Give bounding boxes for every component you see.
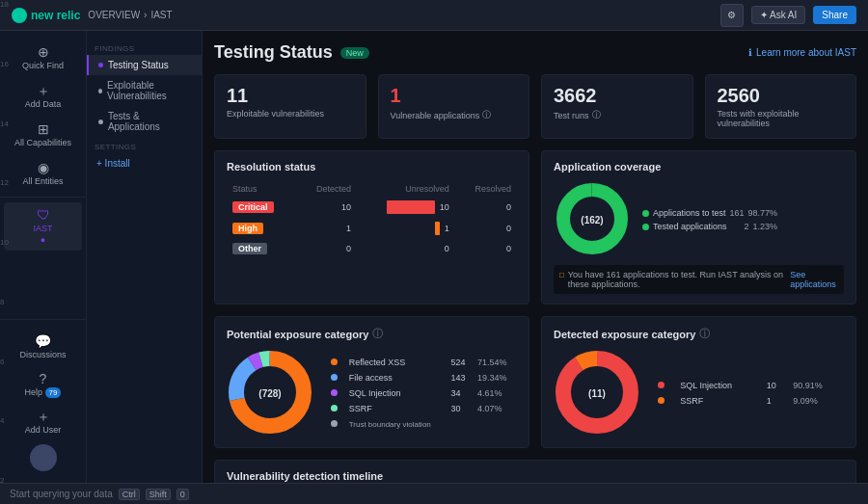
- severity-badge-other: Other: [232, 243, 267, 254]
- unresolved-bar-critical: 10: [361, 200, 449, 214]
- info-icon: ℹ: [748, 47, 752, 58]
- exp-pct: 90.91%: [789, 379, 842, 392]
- table-row: SQL Injection 10 90.91%: [654, 379, 842, 392]
- exp-label: File access: [345, 371, 446, 385]
- exp-count: 10: [763, 379, 788, 392]
- unresolved-val: 10: [440, 202, 449, 212]
- resolved-val: 0: [455, 198, 515, 217]
- legend-val1: 2: [745, 222, 749, 231]
- exp-pct: 71.54%: [474, 356, 515, 369]
- bar: [435, 222, 440, 235]
- detected-table: SQL Injection 10 90.91% SSRF 1 9.09%: [652, 377, 844, 410]
- breadcrumb-iast[interactable]: IAST: [150, 10, 172, 20]
- table-row: SSRF 1 9.09%: [654, 394, 842, 408]
- settings-button[interactable]: ⚙: [720, 4, 744, 27]
- unresolved-bar-high: 1: [361, 222, 449, 235]
- quick-find-icon: ⊕: [38, 45, 49, 59]
- info-icon: ⓘ: [699, 327, 710, 341]
- stats-row: 11 Exploitable vulnerabilities 1 Vulnera…: [214, 74, 856, 139]
- exp-count: 34: [447, 386, 472, 400]
- potential-table: Reflected XSS 524 71.54% File access 143: [325, 354, 517, 433]
- exp-label: SSRF: [676, 394, 761, 408]
- bar: [387, 200, 435, 214]
- legend-val2: 98.77%: [748, 208, 778, 218]
- app-body: ⊕ Quick Find ＋ Add Data ⊞ All Capabiliti…: [0, 31, 868, 483]
- panel-title: Potential exposure category ⓘ: [227, 327, 517, 341]
- legend-item: Tested applications 2 1.23%: [642, 222, 777, 231]
- coverage-legend: Applications to test 161 98.77% Tested a…: [642, 208, 777, 231]
- logo[interactable]: new relic: [12, 8, 80, 23]
- avatar: [30, 444, 57, 471]
- breadcrumb-sep: ›: [144, 10, 147, 20]
- severity-badge-high: High: [232, 223, 263, 234]
- exp-count: 524: [447, 356, 472, 369]
- application-coverage-panel: Application coverage (162): [541, 150, 856, 305]
- sub-nav-settings-section: SETTINGS: [87, 137, 202, 153]
- content-wrap: FINDINGS Testing Status Exploitable Vuln…: [87, 31, 868, 483]
- sub-nav-install[interactable]: + Install: [87, 153, 202, 173]
- donut-area: (162) Applications to test 161 98.77%: [554, 180, 844, 259]
- share-button[interactable]: Share: [813, 6, 856, 24]
- exp-pct: 4.07%: [474, 402, 515, 415]
- learn-more-link[interactable]: ℹ Learn more about IAST: [748, 47, 856, 58]
- sub-nav-label: Exploitable Vulnerabilities: [107, 80, 192, 101]
- ask-ai-button[interactable]: ✦ Ask AI: [751, 6, 806, 24]
- nav-dot: [98, 119, 103, 124]
- table-row: File access 143 19.34%: [327, 371, 515, 385]
- timeline-title: Vulnerability detection timeline: [227, 470, 844, 482]
- stat-value: 11: [227, 85, 354, 107]
- top-bar: new relic OVERVIEW › IAST ⚙ ✦ Ask AI Sha…: [0, 0, 868, 31]
- iast-icon: 🛡: [37, 208, 50, 222]
- check-icon: □: [559, 271, 564, 279]
- resolved-val: 0: [455, 240, 515, 257]
- help-icon: ?: [40, 372, 47, 385]
- exp-dot: [658, 382, 665, 388]
- all-capabilities-icon: ⊞: [38, 122, 49, 136]
- page-title: Testing Status: [214, 42, 333, 63]
- exp-label: SSRF: [345, 402, 446, 415]
- see-apps-link[interactable]: See applications: [790, 270, 838, 289]
- bottom-bar-text: Start querying your data: [10, 489, 113, 499]
- table-row: High 1 1 0: [229, 219, 515, 238]
- logo-text: new relic: [31, 9, 80, 22]
- all-entities-icon: ◉: [38, 161, 49, 174]
- potential-exposure-panel: Potential exposure category ⓘ: [214, 316, 529, 448]
- sub-nav-exploitable[interactable]: Exploitable Vulnerabilities: [87, 75, 202, 106]
- stat-tests-exploitable: 2560 Tests with exploitable vulnerabilit…: [705, 74, 857, 139]
- coverage-note: □ You have 161 applications to test. Run…: [554, 265, 844, 294]
- col-resolved: Resolved: [455, 182, 515, 196]
- breadcrumb: OVERVIEW › IAST: [88, 10, 172, 20]
- detected-donut-area: (11) SQL Injection 10 90.91%: [554, 349, 844, 438]
- detected-legend: SQL Injection 10 90.91% SSRF 1 9.09%: [652, 377, 844, 410]
- sub-nav-testing-status[interactable]: Testing Status: [87, 55, 202, 75]
- top-bar-right: ⚙ ✦ Ask AI Share: [720, 4, 856, 27]
- sub-nav-label: Tests & Applications: [108, 111, 192, 132]
- sidebar-item-label: All Capabilities: [14, 138, 71, 147]
- legend-val2: 1.23%: [753, 222, 778, 231]
- panel-title: Resolution status: [227, 161, 517, 172]
- potential-donut-area: (728) Reflected XSS 524 71.54%: [227, 349, 517, 438]
- exp-label: Trust boundary violation: [345, 417, 446, 431]
- key-ctrl: Ctrl: [119, 489, 140, 500]
- donut-wrap: (162): [554, 180, 631, 259]
- sub-nav-tests-apps[interactable]: Tests & Applications: [87, 106, 202, 137]
- breadcrumb-overview[interactable]: OVERVIEW: [88, 10, 140, 20]
- exp-pct: [474, 417, 515, 431]
- add-data-icon: ＋: [37, 84, 50, 97]
- help-badge: 79: [45, 387, 62, 398]
- exp-label: SQL Injection: [676, 379, 761, 392]
- sidebar-item-label: All Entities: [22, 176, 63, 186]
- exp-count: 30: [447, 402, 472, 415]
- exp-count: [447, 417, 472, 431]
- col-status: Status: [229, 182, 295, 196]
- info-icon: ⓘ: [482, 109, 491, 121]
- sidebar-item-label: Help 79: [25, 387, 62, 397]
- discussions-icon: 💬: [35, 334, 51, 348]
- resolved-val: 0: [455, 219, 515, 238]
- table-row: Reflected XSS 524 71.54%: [327, 356, 515, 369]
- exp-dot: [331, 405, 338, 411]
- bottom-bar: Start querying your data Ctrl Shift 0: [0, 483, 868, 504]
- exp-dot: [331, 358, 338, 365]
- potential-legend: Reflected XSS 524 71.54% File access 143: [325, 354, 517, 433]
- stat-value: 1: [391, 85, 518, 107]
